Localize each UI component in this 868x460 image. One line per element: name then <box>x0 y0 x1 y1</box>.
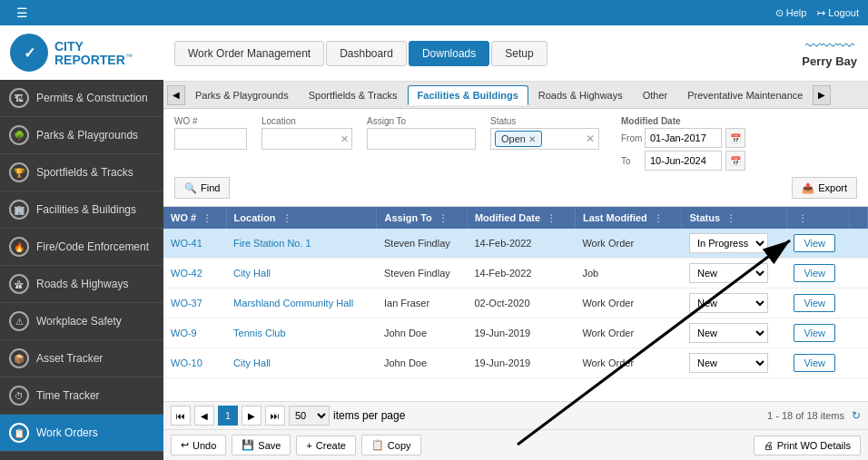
print-button[interactable]: 🖨 Print WO Details <box>754 436 861 455</box>
view-button[interactable]: View <box>794 354 835 372</box>
status-dropdown[interactable]: NewIn ProgressCompletedClosed <box>689 263 768 283</box>
location-cell: Fire Station No. 1 <box>226 229 377 259</box>
sidebar-item-parks[interactable]: 🌳 Parks & Playgrounds <box>0 117 163 154</box>
export-button[interactable]: 📤 Export <box>792 177 857 199</box>
help-link[interactable]: ⊙ Help <box>775 7 807 19</box>
view-button[interactable]: View <box>794 324 835 342</box>
sidebar-item-facilities[interactable]: 🏢 Facilities & Buildings <box>0 191 163 229</box>
logout-link[interactable]: ↦ Logout <box>817 7 859 19</box>
page-1-button[interactable]: 1 <box>218 406 238 426</box>
view-button[interactable]: View <box>794 234 835 252</box>
page-prev-button[interactable]: ◀ <box>194 406 214 426</box>
status-dropdown[interactable]: NewIn ProgressCompletedClosed <box>689 353 768 373</box>
assign-to-cell: Steven Findlay <box>377 259 467 289</box>
tab-dashboard[interactable]: Dashboard <box>326 41 407 66</box>
col-action1-menu[interactable]: ⋮ <box>798 213 807 223</box>
sub-tab-facilities[interactable]: Facilities & Buildings <box>408 85 528 105</box>
wo-number[interactable]: WO-37 <box>163 289 226 318</box>
modified-date-cell: 19-Jun-2019 <box>467 348 575 378</box>
table-row[interactable]: WO-41 Fire Station No. 1 Steven Findlay … <box>163 229 868 259</box>
main-content: Work Order Management Dashboard Download… <box>163 25 868 460</box>
location-clear-icon[interactable]: ✕ <box>340 133 349 145</box>
hamburger-icon[interactable]: ☰ <box>9 5 35 20</box>
wo-number[interactable]: WO-10 <box>163 348 226 378</box>
page-first-button[interactable]: ⏮ <box>171 406 191 426</box>
sidebar-item-roads[interactable]: 🛣 Roads & Highways <box>0 266 163 303</box>
col-wo: WO # ⋮ <box>163 207 226 229</box>
table-row[interactable]: WO-37 Marshland Community Hall Ian Frase… <box>163 289 868 318</box>
sub-tab-sportfields[interactable]: Sportfields & Tracks <box>299 85 408 105</box>
location-input[interactable] <box>261 128 352 150</box>
tab-downloads[interactable]: Downloads <box>409 41 489 66</box>
sub-tab-prev-arrow[interactable]: ◀ <box>167 85 185 105</box>
extra-cell <box>850 259 868 289</box>
assign-to-input[interactable] <box>367 128 476 150</box>
date-group: From 📅 To 📅 <box>621 128 745 171</box>
wo-number[interactable]: WO-42 <box>163 259 226 289</box>
page-last-button[interactable]: ⏭ <box>265 406 285 426</box>
save-icon: 💾 <box>242 439 254 451</box>
sidebar-item-workplace[interactable]: ⚠ Workplace Safety <box>0 303 163 340</box>
wo-number[interactable]: WO-9 <box>163 318 226 348</box>
status-dropdown[interactable]: NewIn ProgressCompletedClosed <box>689 323 768 343</box>
undo-button[interactable]: ↩ Undo <box>171 435 226 455</box>
logout-icon: ↦ <box>817 7 825 19</box>
sub-tab-roads[interactable]: Roads & Highways <box>528 85 633 105</box>
page-next-button[interactable]: ▶ <box>242 406 261 426</box>
assign-to-cell: Ian Fraser <box>377 289 467 318</box>
to-date-picker-button[interactable]: 📅 <box>725 151 745 171</box>
last-modified-cell: Work Order <box>575 289 682 318</box>
wo-input[interactable] <box>174 128 247 150</box>
page-size-select[interactable]: 50 25 100 <box>289 406 330 426</box>
table-row[interactable]: WO-10 City Hall John Doe 19-Jun-2019 Wor… <box>163 348 868 378</box>
sidebar-item-fire[interactable]: 🔥 Fire/Code Enforcement <box>0 229 163 266</box>
sub-tab-next-arrow[interactable]: ▶ <box>813 85 831 105</box>
sidebar-item-asset[interactable]: 📦 Asset Tracker <box>0 340 163 377</box>
header-logo: 〰〰〰 Perry Bay <box>802 38 857 68</box>
sub-tab-preventative[interactable]: Preventative Maintenance <box>677 85 813 105</box>
status-container: Open ✕ ✕ <box>490 128 599 150</box>
sidebar-item-sportfields[interactable]: 🏆 Sportfields & Tracks <box>0 154 163 191</box>
sidebar-item-workorders[interactable]: 📋 Work Orders <box>0 415 163 452</box>
table-row[interactable]: WO-42 City Hall Steven Findlay 14-Feb-20… <box>163 259 868 289</box>
col-last-modified-menu[interactable]: ⋮ <box>654 213 663 223</box>
col-wo-menu[interactable]: ⋮ <box>202 213 212 223</box>
find-button[interactable]: 🔍 Find <box>174 177 230 199</box>
create-button[interactable]: + Create <box>296 436 355 455</box>
col-assign-to: Assign To ⋮ <box>377 207 467 229</box>
pagination-row: ⏮ ◀ 1 ▶ ⏭ 50 25 100 items per page 1 - 1… <box>163 401 868 429</box>
col-assign-menu[interactable]: ⋮ <box>439 213 448 223</box>
table-row[interactable]: WO-9 Tennis Club John Doe 19-Jun-2019 Wo… <box>163 318 868 348</box>
status-cell: NewIn ProgressCompletedClosed <box>682 259 786 289</box>
tab-setup[interactable]: Setup <box>491 41 547 66</box>
save-button[interactable]: 💾 Save <box>232 435 291 455</box>
copy-button[interactable]: 📋 Copy <box>361 435 421 455</box>
col-location-menu[interactable]: ⋮ <box>282 213 291 223</box>
export-label: Export <box>818 182 847 193</box>
sidebar-item-label: Roads & Highways <box>36 278 128 290</box>
view-button[interactable]: View <box>794 294 835 312</box>
view-cell: View <box>786 229 849 259</box>
view-button[interactable]: View <box>794 264 835 282</box>
location-label: Location <box>261 116 352 126</box>
from-date-picker-button[interactable]: 📅 <box>725 128 745 148</box>
sidebar-item-time[interactable]: ⏱ Time Tracker <box>0 377 163 415</box>
wo-number[interactable]: WO-41 <box>163 229 226 259</box>
sub-tab-parks[interactable]: Parks & Playgrounds <box>185 85 299 105</box>
status-dropdown[interactable]: NewIn ProgressCompletedClosed <box>689 293 768 313</box>
col-last-modified: Last Modified ⋮ <box>575 207 682 229</box>
status-dropdown[interactable]: NewIn ProgressCompletedClosed <box>689 233 768 253</box>
status-clear-button[interactable]: ✕ <box>586 132 595 145</box>
refresh-button[interactable]: ↻ <box>852 409 861 422</box>
tab-work-order-management[interactable]: Work Order Management <box>174 41 324 66</box>
sidebar-item-mapping[interactable]: 🗺 Mapping <box>0 452 163 460</box>
sidebar-item-label: Time Tracker <box>36 389 100 402</box>
from-date-input[interactable] <box>645 128 722 148</box>
to-date-input[interactable] <box>645 151 722 171</box>
status-badge-clear[interactable]: ✕ <box>528 134 536 144</box>
table-area: WO # ⋮ Location ⋮ Assign To ⋮ <box>163 207 868 401</box>
sub-tab-other[interactable]: Other <box>633 85 678 105</box>
col-modified-date-menu[interactable]: ⋮ <box>547 213 556 223</box>
col-status-menu[interactable]: ⋮ <box>726 213 735 223</box>
sidebar-item-permits[interactable]: 🏗 Permits & Construction <box>0 80 163 117</box>
